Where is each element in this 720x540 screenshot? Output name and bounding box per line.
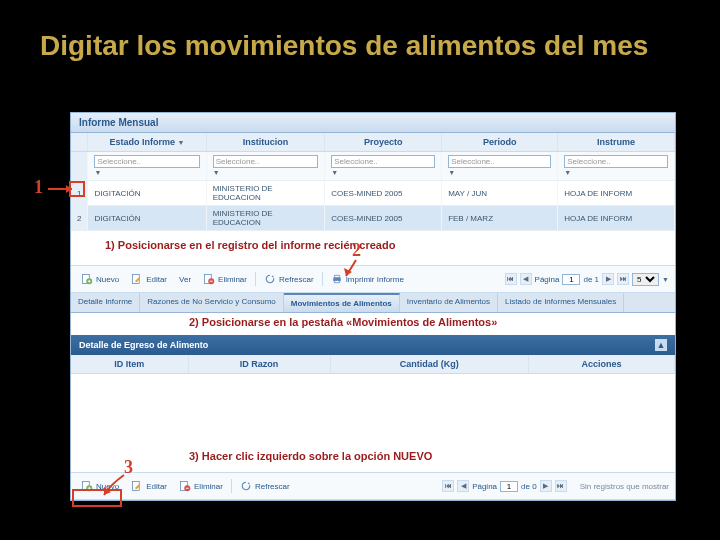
delete-icon — [203, 273, 215, 285]
sub-pager: ⏮ ◀ Página de 0 ▶ ⏭ Sin registros que mo… — [442, 480, 669, 492]
pager-of: de 1 — [583, 275, 599, 284]
last-page-button[interactable]: ⏭ — [555, 480, 567, 492]
cell-inst: MINISTERIO DE EDUCACION — [206, 206, 325, 231]
nuevo-button[interactable]: Nuevo — [77, 270, 123, 288]
imprimir-button[interactable]: Imprimir Informe — [327, 270, 408, 288]
filter-estado[interactable] — [94, 155, 199, 168]
refresh-icon — [264, 273, 276, 285]
subcol-razon[interactable]: ID Razon — [188, 355, 330, 374]
filter-per[interactable] — [448, 155, 551, 168]
empty-msg: Sin registros que mostrar — [580, 482, 669, 491]
subcol-cant[interactable]: Cantidad (Kg) — [330, 355, 528, 374]
cell-instr: HOJA DE INFORM — [558, 181, 675, 206]
first-page-button[interactable]: ⏮ — [505, 273, 517, 285]
subcol-acc[interactable]: Acciones — [528, 355, 674, 374]
table-row[interactable]: 2 DIGITACIÓN MINISTERIO DE EDUCACION COE… — [71, 206, 675, 231]
callout-1: 1) Posicionarse en el registro del infor… — [105, 239, 395, 251]
col-estado[interactable]: Estado Informe ▼ — [88, 133, 206, 152]
col-periodo[interactable]: Periodo — [442, 133, 558, 152]
sub-grid-body: 3) Hacer clic izquierdo sobre la opción … — [71, 374, 675, 472]
prev-page-button[interactable]: ◀ — [520, 273, 532, 285]
app-window: Informe Mensual Estado Informe ▼ Institu… — [70, 112, 676, 501]
dropdown-icon: ▼ — [662, 276, 669, 283]
sub-grid: ID Item ID Razon Cantidad (Kg) Acciones — [71, 355, 675, 374]
plus-doc-icon — [81, 273, 93, 285]
tab-listado[interactable]: Listado de Informes Mensuales — [498, 293, 624, 312]
tab-strip: Detalle Informe Razones de No Servicio y… — [71, 293, 675, 313]
pager-of: de 0 — [521, 482, 537, 491]
first-page-button[interactable]: ⏮ — [442, 480, 454, 492]
sub-editar-button[interactable]: Editar — [127, 477, 171, 495]
tab-razones[interactable]: Razones de No Servicio y Consumo — [140, 293, 284, 312]
cell-per: MAY / JUN — [442, 181, 558, 206]
tab-inventario[interactable]: Inventario de Alimentos — [400, 293, 498, 312]
pager: ⏮ ◀ Página de 1 ▶ ⏭ 5 ▼ — [505, 273, 669, 286]
callout-2: 2) Posicionarse en la pestaña «Movimient… — [189, 316, 497, 328]
cell-estado: DIGITACIÓN — [88, 181, 206, 206]
collapse-icon[interactable]: ▲ — [655, 339, 667, 351]
grid-header-row: Estado Informe ▼ Institucion Proyecto Pe… — [71, 133, 675, 152]
svg-rect-7 — [334, 281, 339, 283]
cell-per: FEB / MARZ — [442, 206, 558, 231]
table-row[interactable]: 1 DIGITACIÓN MINISTERIO DE EDUCACION COE… — [71, 181, 675, 206]
main-grid: Estado Informe ▼ Institucion Proyecto Pe… — [71, 133, 675, 231]
filter-inst[interactable] — [213, 155, 319, 168]
refrescar-button[interactable]: Refrescar — [260, 270, 318, 288]
main-toolbar: Nuevo Editar Ver Eliminar Refrescar Impr… — [71, 265, 675, 293]
pencil-icon — [131, 480, 143, 492]
cell-instr: HOJA DE INFORM — [558, 206, 675, 231]
cell-proy: COES-MINED 2005 — [325, 181, 442, 206]
sub-toolbar: Nuevo Editar Eliminar Refrescar ⏮ ◀ Pági… — [71, 472, 675, 500]
page-input[interactable] — [500, 481, 518, 492]
col-proyecto[interactable]: Proyecto — [325, 133, 442, 152]
tab-detalle[interactable]: Detalle Informe — [71, 293, 140, 312]
last-page-button[interactable]: ⏭ — [617, 273, 629, 285]
ver-button[interactable]: Ver — [175, 272, 195, 287]
slide-title: Digitar los movimientos de alimentos del… — [0, 0, 720, 62]
cell-inst: MINISTERIO DE EDUCACION — [206, 181, 325, 206]
pager-label: Página — [535, 275, 560, 284]
editar-button[interactable]: Editar — [127, 270, 171, 288]
pager-label: Página — [472, 482, 497, 491]
svg-text:1: 1 — [34, 177, 43, 197]
callout-3: 3) Hacer clic izquierdo sobre la opción … — [189, 450, 720, 462]
row-num: 1 — [71, 181, 88, 206]
svg-rect-6 — [334, 275, 339, 277]
sub-nuevo-button[interactable]: Nuevo — [77, 477, 123, 495]
panel-header: Informe Mensual — [71, 113, 675, 133]
delete-icon — [179, 480, 191, 492]
tab-movimientos[interactable]: Movimientos de Alimentos — [284, 293, 400, 312]
next-page-button[interactable]: ▶ — [602, 273, 614, 285]
sub-eliminar-button[interactable]: Eliminar — [175, 477, 227, 495]
cell-proy: COES-MINED 2005 — [325, 206, 442, 231]
row-num: 2 — [71, 206, 88, 231]
filter-proy[interactable] — [331, 155, 435, 168]
plus-doc-icon — [81, 480, 93, 492]
col-rownum — [71, 133, 88, 152]
col-institucion[interactable]: Institucion — [206, 133, 325, 152]
sub-panel-title: Detalle de Egreso de Alimento — [79, 340, 208, 350]
prev-page-button[interactable]: ◀ — [457, 480, 469, 492]
sub-panel-header: Detalle de Egreso de Alimento ▲ — [71, 335, 675, 355]
sort-icon: ▼ — [178, 139, 185, 146]
filter-row: ▼ ▼ ▼ ▼ ▼ — [71, 152, 675, 181]
eliminar-button[interactable]: Eliminar — [199, 270, 251, 288]
filter-instr[interactable] — [564, 155, 668, 168]
page-size-select[interactable]: 5 — [632, 273, 659, 286]
page-input[interactable] — [562, 274, 580, 285]
cell-estado: DIGITACIÓN — [88, 206, 206, 231]
pencil-icon — [131, 273, 143, 285]
subcol-item[interactable]: ID Item — [71, 355, 188, 374]
print-icon — [331, 273, 343, 285]
next-page-button[interactable]: ▶ — [540, 480, 552, 492]
col-instrumento[interactable]: Instrume — [558, 133, 675, 152]
refresh-icon — [240, 480, 252, 492]
sub-refrescar-button[interactable]: Refrescar — [236, 477, 294, 495]
